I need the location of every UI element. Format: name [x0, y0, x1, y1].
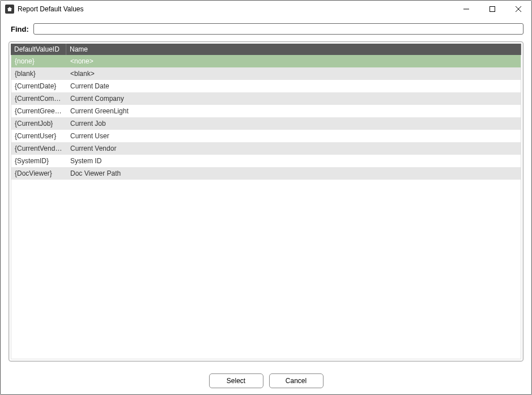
table-row[interactable]: {blank}<blank>: [11, 67, 521, 80]
cell-defaultvalueid: {CurrentVendor}: [11, 145, 67, 152]
cell-defaultvalueid: {DocViewer}: [11, 169, 67, 177]
cancel-button[interactable]: Cancel: [269, 373, 324, 388]
table-row[interactable]: {DocViewer}Doc Viewer Path: [11, 167, 521, 180]
cell-name: Current Job: [67, 120, 521, 128]
column-header-name[interactable]: Name: [66, 44, 521, 55]
cell-name: System ID: [67, 157, 521, 165]
cell-defaultvalueid: {CurrentJob}: [11, 120, 67, 128]
table-row[interactable]: {CurrentDate}Current Date: [11, 80, 521, 92]
cell-name: Current GreenLight: [67, 107, 521, 115]
minimize-button[interactable]: [453, 1, 479, 18]
cell-defaultvalueid: {CurrentUser}: [11, 132, 67, 140]
cell-defaultvalueid: {SystemID}: [11, 157, 67, 165]
table-row[interactable]: {CurrentJob}Current Job: [11, 117, 521, 130]
cell-defaultvalueid: {CurrentGreenLig...: [11, 107, 67, 115]
window-title: Report Default Values: [18, 5, 84, 13]
find-label: Find:: [11, 25, 29, 33]
dialog-footer: Select Cancel: [1, 367, 531, 394]
minimize-icon: [463, 6, 469, 12]
table-row[interactable]: {SystemID}System ID: [11, 155, 521, 167]
table-row[interactable]: {CurrentUser}Current User: [11, 130, 521, 142]
table-row[interactable]: {CurrentGreenLig...Current GreenLight: [11, 105, 521, 117]
maximize-button[interactable]: [479, 1, 505, 18]
cell-name: <none>: [67, 57, 521, 65]
table-row[interactable]: {CurrentVendor}Current Vendor: [11, 142, 521, 155]
cell-name: Current User: [67, 132, 521, 140]
cell-name: <blank>: [67, 70, 521, 78]
select-button[interactable]: Select: [209, 373, 263, 388]
app-icon: [5, 5, 14, 14]
maximize-icon: [490, 6, 495, 12]
grid-header: DefaultValueID Name: [11, 44, 521, 55]
table-row[interactable]: {CurrentCompany}Current Company: [11, 92, 521, 105]
svg-rect-0: [490, 7, 495, 12]
grid-panel: DefaultValueID Name {none}<none>{blank}<…: [8, 41, 524, 362]
table-row[interactable]: {none}<none>: [11, 55, 521, 67]
titlebar: Report Default Values: [1, 1, 531, 18]
close-icon: [516, 6, 521, 12]
find-bar: Find:: [1, 18, 531, 39]
cell-name: Doc Viewer Path: [67, 169, 521, 177]
cell-name: Current Vendor: [67, 145, 521, 152]
cell-defaultvalueid: {CurrentCompany}: [11, 95, 67, 103]
cell-name: Current Company: [67, 95, 521, 103]
cell-defaultvalueid: {blank}: [11, 70, 67, 78]
find-input[interactable]: [33, 23, 524, 35]
cell-defaultvalueid: {CurrentDate}: [11, 82, 67, 90]
cell-name: Current Date: [67, 82, 521, 90]
cell-defaultvalueid: {none}: [11, 57, 67, 65]
grid-body[interactable]: {none}<none>{blank}<blank>{CurrentDate}C…: [11, 55, 521, 359]
column-header-defaultvalueid[interactable]: DefaultValueID: [11, 44, 66, 55]
dialog-window: Report Default Values Find: DefaultValue…: [0, 0, 532, 395]
close-button[interactable]: [505, 1, 531, 18]
